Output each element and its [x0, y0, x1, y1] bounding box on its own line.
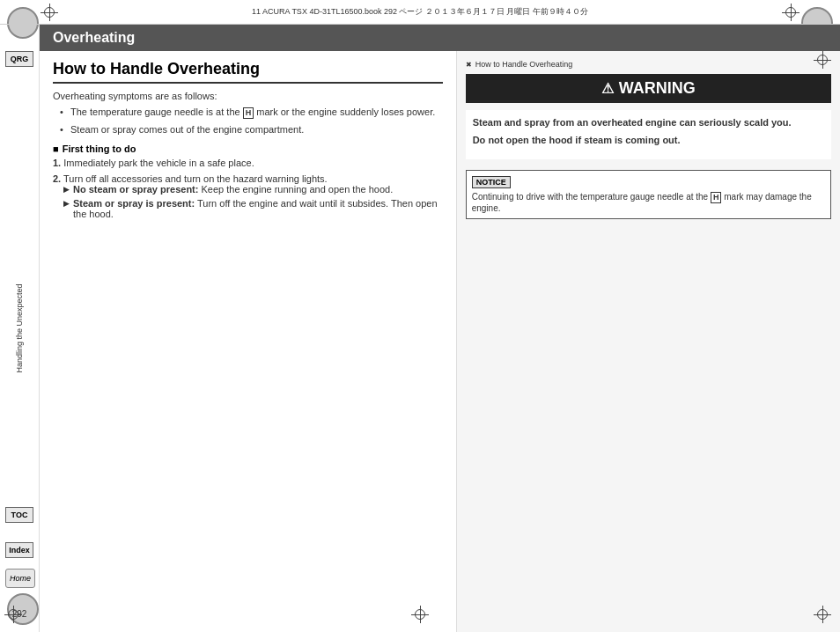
crosshair-bottom-right	[814, 606, 831, 623]
top-bar-text: 11 ACURA TSX 4D-31TL16500.book 292 ページ ２…	[53, 6, 787, 18]
step-2: 2. Turn off all accessories and turn on …	[53, 173, 443, 219]
warning-line1: Steam and spray from an overheated engin…	[473, 117, 824, 128]
warning-body: Steam and spray from an overheated engin…	[466, 110, 831, 159]
top-bar: 11 ACURA TSX 4D-31TL16500.book 292 ページ ２…	[0, 0, 840, 25]
crosshair-bottom-center	[411, 606, 429, 623]
no-steam-text: Keep the engine running and open the hoo…	[202, 184, 394, 195]
section-title-text: How to Handle Overheating	[53, 60, 260, 77]
notice-body: Continuing to drive with the temperature…	[472, 192, 825, 213]
notice-title: NOTICE	[472, 176, 511, 188]
bullet-list: The temperature gauge needle is at the H…	[60, 107, 443, 135]
toc-button[interactable]: TOC	[5, 507, 33, 523]
section-title: How to Handle Overheating	[53, 60, 443, 84]
header-bar: Overheating	[40, 25, 840, 51]
notice-box: NOTICE Continuing to drive with the temp…	[466, 170, 831, 219]
main-content: QRG Handling the Unexpected TOC Index Ho…	[0, 25, 840, 632]
h-mark-notice: H	[711, 192, 722, 203]
steam-present-label: Steam or spray is present:	[73, 198, 195, 209]
content-columns: How to Handle Overheating Overheating sy…	[40, 51, 840, 632]
qrg-button[interactable]: QRG	[5, 51, 33, 67]
bullet-item-1: The temperature gauge needle is at the H…	[60, 107, 443, 119]
no-steam-item: No steam or spray present: Keep the engi…	[63, 184, 443, 195]
right-column: How to Handle Overheating WARNING Steam …	[456, 51, 840, 632]
first-thing-title: First thing to do	[53, 143, 443, 154]
warning-box: WARNING	[466, 74, 831, 103]
crosshair-top-right-inner	[814, 51, 831, 69]
header-title: Overheating	[53, 30, 135, 45]
crosshair-top-right	[782, 4, 799, 21]
step-1: 1. Immediately park the vehicle in a saf…	[53, 158, 443, 168]
crosshair-bottom-left	[4, 606, 22, 623]
h-mark-1: H	[243, 107, 254, 119]
breadcrumb: How to Handle Overheating	[466, 60, 831, 69]
crosshair-top-left	[41, 4, 58, 21]
bullet-item-2: Steam or spray comes out of the engine c…	[60, 124, 443, 135]
page: 11 ACURA TSX 4D-31TL16500.book 292 ページ ２…	[0, 0, 840, 632]
intro-text: Overheating symptoms are as follows:	[53, 91, 443, 101]
left-sidebar: QRG Handling the Unexpected TOC Index Ho…	[0, 25, 40, 632]
index-button[interactable]: Index	[5, 542, 33, 558]
left-column: How to Handle Overheating Overheating sy…	[40, 51, 456, 632]
steam-present-item: Steam or spray is present: Turn off the …	[63, 198, 443, 219]
warning-line2: Do not open the hood if steam is coming …	[473, 135, 824, 145]
sidebar-vertical-text: Handling the Unexpected	[15, 283, 24, 372]
no-steam-label: No steam or spray present:	[73, 184, 198, 195]
steps-list: 1. Immediately park the vehicle in a saf…	[53, 158, 443, 219]
warning-title: WARNING	[475, 79, 822, 98]
home-button[interactable]: Home	[5, 569, 35, 588]
center-content: Overheating How to Handle Overheating Ov…	[40, 25, 840, 632]
notice-container: NOTICE Continuing to drive with the temp…	[466, 170, 831, 219]
